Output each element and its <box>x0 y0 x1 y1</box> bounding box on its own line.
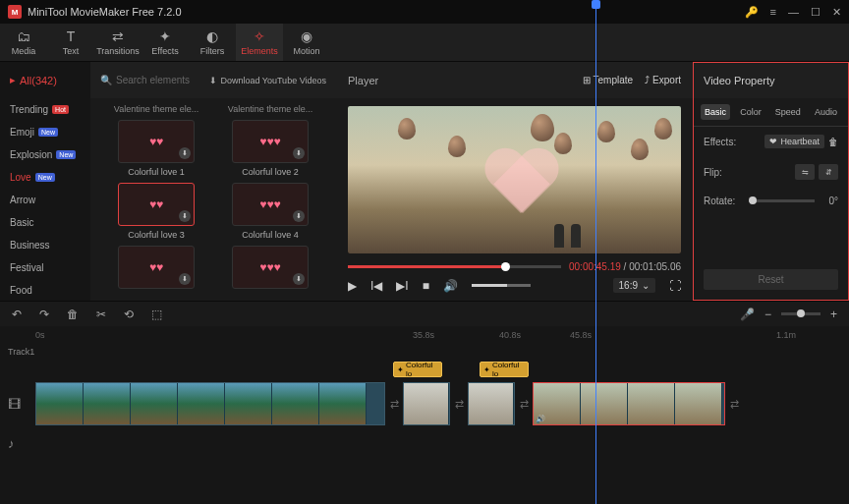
flip-v-button[interactable]: ⇵ <box>819 164 838 180</box>
property-title: Video Property <box>694 63 848 98</box>
element-thumb[interactable]: ♥♥♥⬇Colorful love 4 <box>218 183 322 240</box>
prev-frame-button[interactable]: I◀ <box>370 279 382 293</box>
sidebar-item-food[interactable]: Food <box>0 279 90 301</box>
close-icon[interactable]: ✕ <box>832 6 841 19</box>
download-icon[interactable]: ⬇ <box>179 210 191 222</box>
undo-button[interactable]: ↶ <box>12 308 22 321</box>
text-tab[interactable]: TText <box>47 24 94 61</box>
thumb-header: Valentine theme ele... <box>218 104 322 114</box>
transition-slot[interactable]: ⇄ <box>450 382 468 425</box>
video-track-icon: 🎞 <box>8 397 21 412</box>
motion-tab[interactable]: ◉Motion <box>283 24 330 61</box>
timeline: 0s 35.8s 40.8s 45.8s 1.1m Track1 ✦Colorf… <box>0 326 849 504</box>
tab-speed[interactable]: Speed <box>771 104 805 120</box>
tab-basic[interactable]: Basic <box>701 104 730 120</box>
element-browser: 🔍Search elements ⬇Download YouTube Video… <box>90 62 336 301</box>
time-display: 00:00:45.19 / 00:01:05.06 <box>569 261 681 272</box>
transition-slot[interactable]: ⇄ <box>515 382 533 425</box>
transition-slot[interactable]: ⇄ <box>725 382 743 425</box>
element-thumb[interactable]: ♥♥⬇Colorful love 1 <box>104 120 208 177</box>
media-tab[interactable]: 🗂Media <box>0 24 47 61</box>
export-button[interactable]: ⤴Export <box>645 75 681 85</box>
download-icon[interactable]: ⬇ <box>179 273 191 285</box>
fx-clip[interactable]: ✦Colorful lo <box>393 362 442 377</box>
video-clip[interactable] <box>35 382 385 425</box>
maximize-icon[interactable]: ☐ <box>811 6 821 19</box>
video-clip[interactable] <box>468 382 515 425</box>
download-icon[interactable]: ⬇ <box>293 147 305 159</box>
filters-tab[interactable]: ◐Filters <box>189 24 236 61</box>
preview-viewport[interactable] <box>348 106 681 253</box>
download-youtube-link[interactable]: ⬇Download YouTube Videos <box>209 76 326 85</box>
element-thumb[interactable]: ♥♥♥⬇Colorful love 2 <box>218 120 322 177</box>
search-input[interactable]: 🔍Search elements <box>100 75 190 85</box>
sidebar-item-love[interactable]: LoveNew <box>0 166 90 189</box>
element-thumb[interactable]: ♥♥⬇ <box>104 246 208 293</box>
download-icon[interactable]: ⬇ <box>293 273 305 285</box>
volume-icon[interactable]: 🔊 <box>443 279 458 293</box>
delete-effect-icon[interactable]: 🗑 <box>828 137 838 147</box>
sidebar-item-business[interactable]: Business <box>0 234 90 256</box>
sidebar-item-emoji[interactable]: EmojiNew <box>0 121 90 143</box>
fullscreen-button[interactable]: ⛶ <box>669 279 681 293</box>
element-thumb[interactable]: ♥♥♥⬇ <box>218 246 322 293</box>
next-frame-button[interactable]: ▶I <box>396 279 408 293</box>
export-icon: ⤴ <box>645 75 650 85</box>
split-button[interactable]: ✂ <box>96 308 106 321</box>
speed-button[interactable]: ⟲ <box>124 308 134 321</box>
chevron-down-icon: ⌄ <box>642 280 650 291</box>
reset-button[interactable]: Reset <box>704 269 838 290</box>
audio-track-icon: ♪ <box>8 436 15 451</box>
zoom-in-button[interactable]: + <box>830 308 837 321</box>
sidebar-item-arrow[interactable]: Arrow <box>0 189 90 211</box>
delete-button[interactable]: 🗑 <box>67 308 79 321</box>
elements-tab[interactable]: ✧Elements <box>236 24 283 61</box>
app-title: MiniTool MovieMaker Free 7.2.0 <box>28 6 182 18</box>
mic-icon[interactable]: 🎤 <box>740 308 755 321</box>
effects-label: Effects: <box>704 137 736 147</box>
sidebar-item-explosion[interactable]: ExplosionNew <box>0 143 90 166</box>
sidebar-all[interactable]: All(342) <box>0 62 90 98</box>
minimize-icon[interactable]: — <box>788 6 799 18</box>
sidebar-item-basic[interactable]: Basic <box>0 211 90 234</box>
sidebar-item-trending[interactable]: TrendingHot <box>0 98 90 121</box>
clip-audio-icon[interactable]: 🔊 <box>536 415 545 423</box>
rotate-value: 0° <box>828 196 838 206</box>
redo-button[interactable]: ↷ <box>39 308 49 321</box>
tab-color[interactable]: Color <box>736 104 765 120</box>
download-icon[interactable]: ⬇ <box>179 147 191 159</box>
scrub-bar[interactable] <box>348 265 561 268</box>
timeline-ruler[interactable]: 0s 35.8s 40.8s 45.8s 1.1m <box>0 326 849 344</box>
volume-slider[interactable] <box>472 284 531 287</box>
play-button[interactable]: ▶ <box>348 279 357 293</box>
effects-chip[interactable]: ❤Heartbeat <box>764 135 824 148</box>
search-icon: 🔍 <box>100 75 112 85</box>
transitions-tab[interactable]: ⇄Transitions <box>94 24 142 61</box>
rotate-slider[interactable] <box>749 199 815 202</box>
category-sidebar: All(342) TrendingHotEmojiNewExplosionNew… <box>0 62 90 301</box>
tab-audio[interactable]: Audio <box>811 104 841 120</box>
app-logo: M <box>8 5 22 19</box>
effects-tab[interactable]: ✦Effects <box>142 24 189 61</box>
download-icon: ⬇ <box>209 76 217 85</box>
flip-h-button[interactable]: ⇋ <box>795 164 815 180</box>
element-thumb[interactable]: ♥♥⬇Colorful love 3 <box>104 183 208 240</box>
transition-slot[interactable]: ⇄ <box>385 382 403 425</box>
template-icon: ⊞ <box>583 75 591 85</box>
fx-clip[interactable]: ✦Colorful lo <box>480 362 529 377</box>
crop-button[interactable]: ⬚ <box>151 308 162 321</box>
player-panel: Player ⊞Template ⤴Export 00:00:45 <box>336 62 693 301</box>
aspect-select[interactable]: 16:9⌄ <box>613 278 655 293</box>
download-icon[interactable]: ⬇ <box>293 210 305 222</box>
menu-icon[interactable]: ≡ <box>770 6 776 18</box>
zoom-out-button[interactable]: − <box>764 308 771 321</box>
zoom-slider[interactable] <box>781 312 821 315</box>
stop-button[interactable]: ■ <box>423 279 429 293</box>
key-icon[interactable]: 🔑 <box>745 6 759 19</box>
video-clip[interactable] <box>403 382 450 425</box>
rotate-label: Rotate: <box>704 196 735 206</box>
playhead[interactable] <box>595 0 596 504</box>
video-clip-selected[interactable]: 🔊 <box>533 382 725 425</box>
sidebar-item-festival[interactable]: Festival <box>0 256 90 279</box>
template-button[interactable]: ⊞Template <box>583 75 634 85</box>
